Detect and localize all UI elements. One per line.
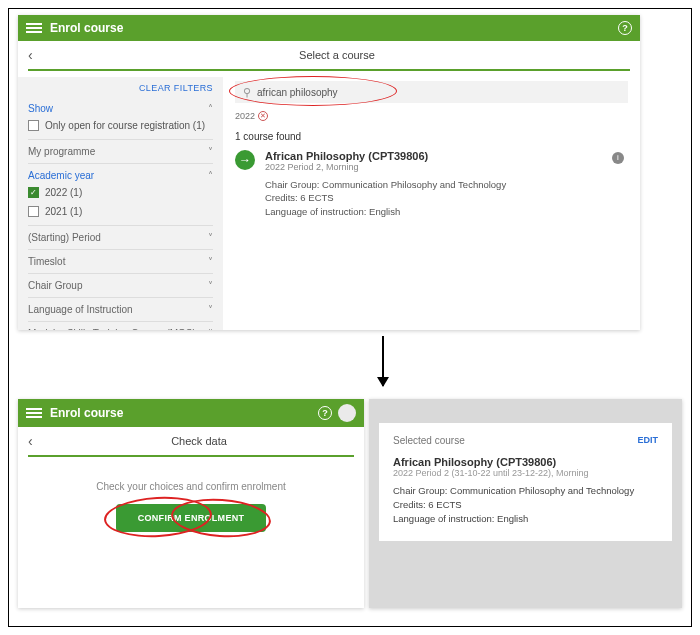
course-title: African Philosophy (CPT39806) [265, 150, 506, 162]
filter-label: Timeslot [28, 256, 65, 267]
filter-group-show[interactable]: Show ˄ [28, 99, 213, 118]
filter-label: Language of Instruction [28, 304, 133, 315]
chevron-down-icon: ˅ [208, 328, 213, 330]
checkbox-checked-icon[interactable]: ✓ [28, 187, 39, 198]
search-value: african philosophy [257, 87, 338, 98]
hamburger-menu-icon[interactable] [26, 408, 42, 418]
chevron-down-icon: ˅ [208, 256, 213, 267]
step-title: Select a course [299, 49, 375, 61]
filter-group-mos[interactable]: Modular Skills Training Course (MOS)˅ [28, 324, 213, 330]
course-period: 2022 Period 2, Morning [265, 162, 506, 172]
chevron-up-icon: ˄ [208, 170, 213, 181]
chevron-down-icon: ˅ [208, 232, 213, 243]
filter-label: Show [28, 103, 53, 114]
step-title: Check data [171, 435, 227, 447]
selected-course-period: 2022 Period 2 (31-10-22 until 23-12-22),… [393, 468, 658, 478]
filter-label: My programme [28, 146, 95, 157]
app-title: Enrol course [50, 406, 123, 420]
results-count: 1 course found [235, 131, 628, 142]
filter-option-label: 2022 (1) [45, 187, 82, 198]
selected-course-credits: Credits: 6 ECTS [393, 498, 658, 512]
filter-group-language[interactable]: Language of Instruction˅ [28, 300, 213, 319]
checkbox-icon[interactable] [28, 206, 39, 217]
course-language: Language of instruction: English [265, 205, 506, 218]
selected-course-language: Language of instruction: English [393, 512, 658, 526]
filter-group-timeslot[interactable]: Timeslot˅ [28, 252, 213, 271]
course-chair: Chair Group: Communication Philosophy an… [265, 178, 506, 191]
edit-link[interactable]: EDIT [637, 435, 658, 446]
filter-option[interactable]: Only open for course registration (1) [28, 118, 213, 137]
confirm-enrolment-button[interactable]: CONFIRM ENROLMENT [116, 504, 266, 532]
course-result-row[interactable]: → African Philosophy (CPT39806) 2022 Per… [235, 150, 628, 218]
filter-option-label: Only open for course registration (1) [45, 120, 205, 131]
flow-arrow-icon [382, 336, 384, 386]
app-title: Enrol course [50, 21, 123, 35]
filter-label: Academic year [28, 170, 94, 181]
filter-group-programme[interactable]: My programme ˅ [28, 142, 213, 161]
filter-label: Modular Skills Training Course (MOS) [28, 328, 196, 330]
chip-label: 2022 [235, 111, 255, 121]
checkbox-icon[interactable] [28, 120, 39, 131]
remove-chip-icon[interactable]: ✕ [258, 111, 268, 121]
filter-option-label: 2021 (1) [45, 206, 82, 217]
help-icon[interactable]: ? [318, 406, 332, 420]
hamburger-menu-icon[interactable] [26, 23, 42, 33]
back-arrow-icon[interactable]: ‹ [28, 47, 44, 63]
filter-group-academic-year[interactable]: Academic year ˄ [28, 166, 213, 185]
confirm-hint: Check your choices and confirm enrolment [18, 481, 364, 492]
back-arrow-icon[interactable]: ‹ [28, 433, 44, 449]
filter-group-period[interactable]: (Starting) Period˅ [28, 228, 213, 247]
chevron-down-icon: ˅ [208, 304, 213, 315]
filter-group-chair[interactable]: Chair Group˅ [28, 276, 213, 295]
selected-course-heading: Selected course [393, 435, 465, 446]
filters-sidebar: CLEAR FILTERS Show ˄ Only open for cours… [18, 77, 223, 330]
filter-label: Chair Group [28, 280, 82, 291]
filter-label: (Starting) Period [28, 232, 101, 243]
help-icon[interactable]: ? [618, 21, 632, 35]
avatar[interactable] [338, 404, 356, 422]
filter-option[interactable]: 2021 (1) [28, 204, 213, 223]
filter-chip[interactable]: 2022 ✕ [235, 111, 628, 121]
selected-course-title: African Philosophy (CPT39806) [393, 456, 658, 468]
chevron-down-icon: ˅ [208, 280, 213, 291]
clear-filters-link[interactable]: CLEAR FILTERS [28, 83, 213, 93]
chevron-down-icon: ˅ [208, 146, 213, 157]
info-icon[interactable]: i [612, 152, 624, 164]
chevron-up-icon: ˄ [208, 103, 213, 114]
select-course-icon[interactable]: → [235, 150, 255, 170]
selected-course-chair: Chair Group: Communication Philosophy an… [393, 484, 658, 498]
course-credits: Credits: 6 ECTS [265, 191, 506, 204]
filter-option[interactable]: ✓ 2022 (1) [28, 185, 213, 204]
search-input[interactable]: ⚲ african philosophy [235, 81, 628, 103]
search-icon: ⚲ [243, 86, 251, 99]
